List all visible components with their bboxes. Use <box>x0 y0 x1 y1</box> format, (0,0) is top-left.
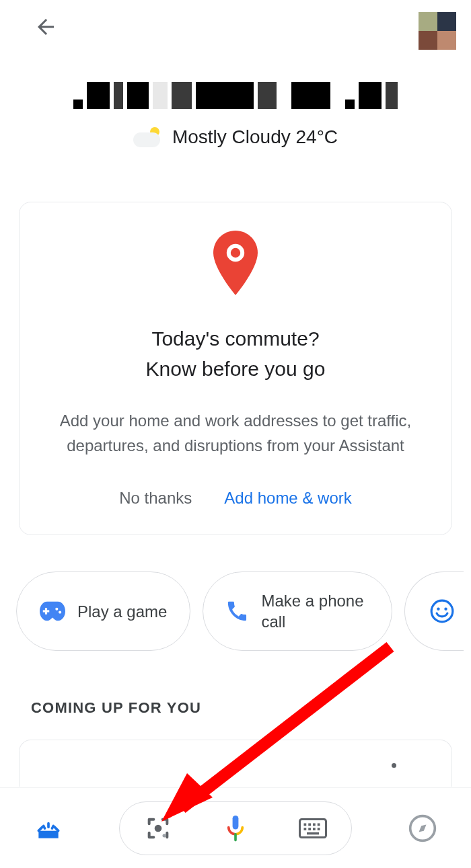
svg-rect-21 <box>307 832 319 834</box>
svg-point-3 <box>55 608 58 610</box>
svg-rect-18 <box>308 828 311 830</box>
svg-rect-20 <box>317 828 320 830</box>
add-home-work-button[interactable]: Add home & work <box>224 489 351 508</box>
microphone-icon <box>223 814 248 843</box>
weather-summary[interactable]: Mostly Cloudy 24°C <box>0 126 471 148</box>
chip-more[interactable] <box>404 571 464 651</box>
svg-rect-13 <box>303 823 306 826</box>
commute-card-subtitle: Add your home and work addresses to get … <box>46 408 425 458</box>
chip-play-game[interactable]: Play a game <box>16 571 190 651</box>
map-pin-icon <box>211 231 260 295</box>
svg-point-9 <box>163 834 166 837</box>
commute-card: Today's commute? Know before you go Add … <box>19 202 452 535</box>
assistant-input-pill <box>119 801 352 855</box>
lens-button[interactable] <box>139 810 177 847</box>
chip-label: Make a phone call <box>261 590 369 632</box>
svg-rect-17 <box>303 828 306 830</box>
svg-point-8 <box>155 824 162 832</box>
upcoming-card-peek[interactable] <box>19 740 452 787</box>
svg-rect-16 <box>317 823 320 826</box>
weather-text: Mostly Cloudy 24°C <box>172 126 338 148</box>
explore-tab[interactable] <box>405 811 440 846</box>
smiley-icon <box>429 598 455 624</box>
weather-cloudy-icon <box>133 127 161 147</box>
chip-phone-call[interactable]: Make a phone call <box>203 571 392 651</box>
svg-point-7 <box>444 608 447 610</box>
svg-rect-10 <box>233 815 239 829</box>
arrow-left-icon <box>34 15 58 39</box>
lens-icon <box>145 815 172 842</box>
svg-point-4 <box>59 611 61 614</box>
no-thanks-button[interactable]: No thanks <box>119 489 192 508</box>
greeting-text-redacted <box>57 77 414 109</box>
phone-icon <box>226 600 249 623</box>
keyboard-icon <box>299 818 327 838</box>
updates-tab[interactable] <box>31 811 66 846</box>
overflow-dot-icon <box>392 763 396 768</box>
svg-rect-15 <box>313 823 316 826</box>
svg-point-5 <box>431 601 453 623</box>
voice-button[interactable] <box>217 810 254 847</box>
svg-point-6 <box>437 608 439 610</box>
suggestion-chips-row: Play a game Make a phone call <box>0 571 471 651</box>
keyboard-button[interactable] <box>294 810 332 847</box>
compass-icon <box>408 814 437 843</box>
coming-up-heading: COMING UP FOR YOU <box>31 699 440 717</box>
svg-rect-2 <box>43 610 50 613</box>
bottom-bar <box>0 787 471 868</box>
gamepad-icon <box>40 601 65 621</box>
chip-label: Play a game <box>77 601 167 622</box>
svg-rect-14 <box>308 823 311 826</box>
profile-avatar[interactable] <box>419 12 456 50</box>
back-button[interactable] <box>31 12 61 42</box>
commute-card-title: Today's commute? Know before you go <box>46 323 425 384</box>
svg-rect-19 <box>313 828 316 830</box>
inbox-spark-icon <box>34 814 63 843</box>
